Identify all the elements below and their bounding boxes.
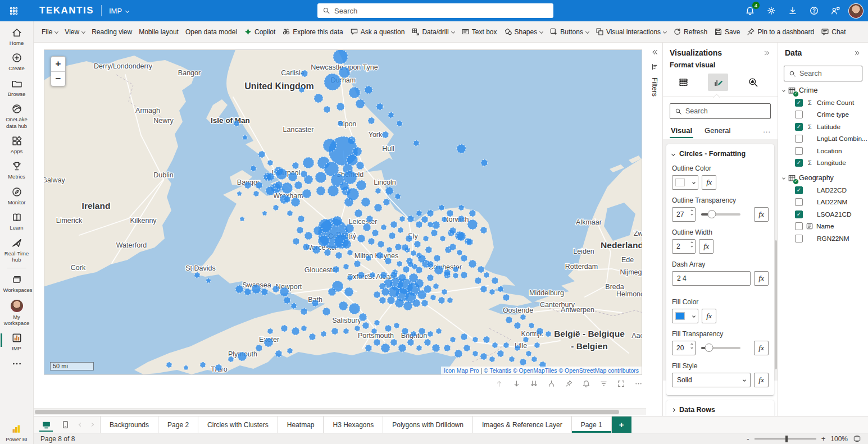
outline-transparency-fx-button[interactable]: fx [754,207,769,222]
panel-vertical-scrollbar[interactable] [775,240,777,369]
data-point-circle[interactable] [383,199,390,205]
page-tab-circles-with-clusters[interactable]: Circles with Clusters [198,416,278,433]
data-point-circle[interactable] [447,210,453,217]
data-point-circle[interactable] [335,252,342,259]
sidebar-item-home[interactable]: Home [0,24,33,49]
data-point-circle[interactable] [354,260,361,267]
filters-pane-title[interactable]: Filters [651,77,658,97]
data-point-circle[interactable] [398,227,403,233]
pin-visual-icon[interactable] [563,378,574,388]
field-name[interactable]: Name [778,221,868,233]
data-point-circle[interactable] [349,303,360,314]
data-point-circle[interactable] [450,337,456,342]
alerts-icon[interactable] [581,378,591,388]
data-point-circle[interactable] [428,222,433,227]
menu-chat[interactable]: Chat [817,21,849,43]
data-point-circle[interactable] [449,227,456,234]
data-point-circle[interactable] [333,266,339,273]
map-visual[interactable]: Derry/LondonderryBangorCarlisleNewcastle… [44,49,642,375]
data-point-circle[interactable] [389,232,396,239]
data-point-circle[interactable] [366,216,373,222]
data-point-circle[interactable] [434,266,443,274]
menu-copilot[interactable]: Copilot [240,21,279,43]
data-point-circle[interactable] [387,247,392,253]
data-point-circle[interactable] [447,297,453,303]
fit-to-page-icon[interactable] [853,434,861,443]
data-point-circle[interactable] [355,209,362,217]
checkbox[interactable]: ✓ [795,99,803,107]
data-point-circle[interactable] [347,250,353,255]
field-lad22nm[interactable]: LAD22NM [778,196,868,209]
data-point-circle[interactable] [378,241,384,248]
data-point-circle[interactable] [287,210,293,216]
field-lnglat-combin[interactable]: LngLat Combin... [778,133,868,145]
mobile-view-button[interactable] [56,416,74,433]
data-point-circle[interactable] [258,151,265,158]
data-point-circle[interactable] [321,331,326,337]
data-point-circle[interactable] [324,74,341,90]
data-point-circle[interactable] [388,286,399,297]
zoom-slider-thumb[interactable] [785,436,788,442]
data-point-circle[interactable] [480,353,487,360]
data-point-circle[interactable] [475,277,481,284]
checkbox[interactable] [795,147,803,155]
data-point-circle[interactable] [305,232,312,240]
data-point-circle[interactable] [398,274,406,282]
data-point-circle[interactable] [395,244,402,250]
page-tab-heatmap[interactable]: Heatmap [278,416,324,433]
map-zoom-out-button[interactable]: − [51,71,65,86]
data-point-circle[interactable] [531,356,537,362]
data-point-circle[interactable] [376,103,383,110]
checkbox[interactable]: ✓ [795,159,803,167]
data-point-circle[interactable] [416,345,422,351]
data-point-circle[interactable] [421,216,428,223]
data-point-circle[interactable] [523,337,529,342]
data-point-circle[interactable] [436,328,442,334]
data-point-circle[interactable] [262,211,267,216]
data-point-circle[interactable] [313,226,322,235]
menu-save[interactable]: Save [711,21,743,43]
data-point-circle[interactable] [503,342,509,348]
menu-refresh[interactable]: Refresh [670,21,711,43]
data-point-circle[interactable] [385,258,392,264]
data-point-circle[interactable] [546,331,551,337]
data-point-circle[interactable] [328,288,336,296]
fill-color-picker[interactable] [672,309,698,323]
field-location[interactable]: Location [778,145,868,157]
slider-thumb[interactable] [707,210,716,218]
data-point-circle[interactable] [427,261,434,268]
sidebar-item-metrics[interactable]: Metrics [0,157,33,182]
data-point-circle[interactable] [526,351,531,356]
data-point-circle[interactable] [372,230,379,236]
section-header-data-rows[interactable]: Data Rows [672,406,769,414]
data-point-circle[interactable] [331,328,338,335]
waffle-menu-icon[interactable] [0,0,27,21]
data-point-circle[interactable] [301,308,307,315]
data-point-circle[interactable] [344,287,353,296]
data-point-circle[interactable] [374,291,380,298]
menu-mobile-layout[interactable]: Mobile layout [135,21,182,43]
data-point-circle[interactable] [252,285,261,294]
data-point-circle[interactable] [458,216,465,222]
data-point-circle[interactable] [362,322,369,329]
filter-lines-icon[interactable] [598,378,608,388]
data-point-circle[interactable] [379,297,386,304]
data-point-circle[interactable] [461,333,467,340]
data-point-circle[interactable] [297,227,303,234]
page-tab-polygons-with-drilldown[interactable]: Polygons with Drilldown [383,416,473,433]
data-point-circle[interactable] [453,267,458,272]
field-longitude[interactable]: ✓ΣLongitude [778,157,868,170]
data-point-circle[interactable] [381,288,389,296]
data-point-circle[interactable] [390,221,397,228]
attribution-link[interactable]: © Tekantis [484,367,513,374]
data-point-circle[interactable] [339,67,350,78]
table-geography[interactable]: ✓Geography [778,172,868,184]
data-point-circle[interactable] [323,139,337,152]
data-point-circle[interactable] [509,356,515,362]
data-point-circle[interactable] [368,117,375,124]
data-point-circle[interactable] [288,172,297,181]
data-point-circle[interactable] [338,121,343,126]
sidebar-item-workspaces[interactable]: Workspaces [0,271,33,296]
data-point-circle[interactable] [266,173,274,181]
data-point-circle[interactable] [299,87,305,93]
